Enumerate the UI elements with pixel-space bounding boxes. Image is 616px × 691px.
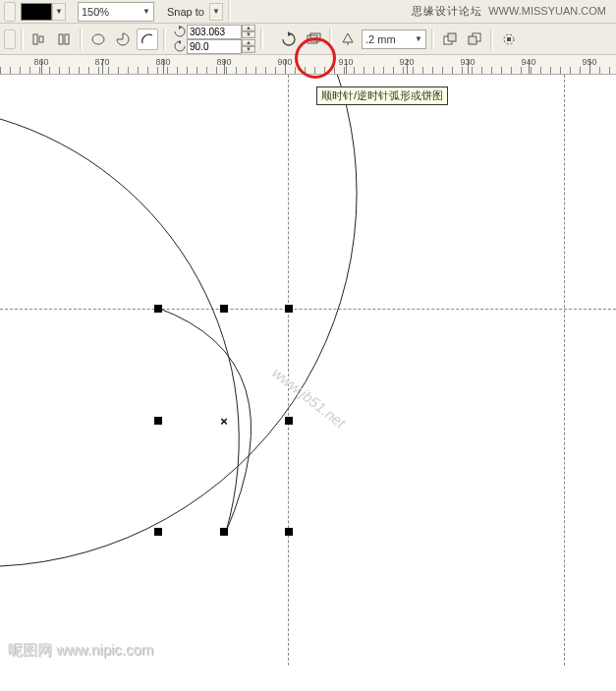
angle-start-stepper[interactable]: ▲▼ <box>242 25 255 38</box>
svg-rect-6 <box>310 33 320 41</box>
arc-tool-icon[interactable] <box>137 29 158 50</box>
arc-angle-spinners: ▲▼ ▲▼ <box>173 25 255 53</box>
align-center-icon[interactable] <box>53 29 75 50</box>
drawing-canvas[interactable]: × www.jb51.net 呢图网 www.nipic.com <box>0 75 616 665</box>
ruler-label: 880 <box>155 57 170 67</box>
separator <box>490 29 493 50</box>
separator <box>329 29 332 50</box>
outline-width-value: .2 mm <box>365 33 396 45</box>
ruler-label: 870 <box>94 57 109 67</box>
svg-rect-2 <box>59 34 63 44</box>
selection-handle[interactable] <box>220 305 228 313</box>
separator <box>228 1 231 23</box>
separator <box>80 29 83 50</box>
align-left-icon[interactable] <box>28 29 50 50</box>
svg-rect-13 <box>507 37 511 41</box>
selection-handle[interactable] <box>154 417 162 425</box>
selection-handle[interactable] <box>285 528 293 536</box>
ruler-label: 920 <box>399 57 414 67</box>
outline-width-combo[interactable]: .2 mm ▼ <box>362 29 426 49</box>
selection-handle[interactable] <box>285 305 293 313</box>
clockwise-toggle-icon[interactable] <box>278 29 300 50</box>
color-well-arrow[interactable]: ▼ <box>52 3 66 21</box>
selection-handle[interactable] <box>154 305 162 313</box>
svg-rect-3 <box>65 34 69 44</box>
color-well[interactable] <box>21 3 52 21</box>
svg-rect-5 <box>308 35 317 43</box>
ruler-label: 900 <box>277 57 292 67</box>
chevron-down-icon: ▼ <box>415 34 422 43</box>
rotate-start-icon <box>173 25 187 38</box>
ruler-label: 860 <box>33 57 48 67</box>
separator <box>431 29 434 50</box>
outline-pen-icon[interactable] <box>337 29 359 50</box>
separator <box>260 29 263 50</box>
zoom-combo[interactable]: 150% ▼ <box>78 2 154 22</box>
svg-rect-11 <box>469 36 476 44</box>
ruler-label: 940 <box>521 57 535 67</box>
svg-rect-1 <box>39 36 43 42</box>
pie-tool-icon[interactable] <box>112 29 134 50</box>
ruler-label: 950 <box>582 57 596 67</box>
convert-to-curves-icon[interactable] <box>303 29 324 50</box>
rotate-end-icon <box>173 39 187 53</box>
zoom-value: 150% <box>82 6 109 18</box>
snap-to-label: Snap to <box>167 6 204 18</box>
angle-end-input[interactable] <box>187 39 242 54</box>
svg-rect-0 <box>33 34 37 44</box>
to-front-icon[interactable] <box>439 29 461 50</box>
ruler-label: 910 <box>338 57 353 67</box>
selection-handle[interactable] <box>154 528 162 536</box>
convert-icon[interactable] <box>498 29 520 50</box>
selection-handle[interactable] <box>220 528 228 536</box>
tooltip: 顺时针/逆时针弧形或饼图 <box>316 86 448 105</box>
selection-center-marker: × <box>220 414 228 429</box>
partial-button-left[interactable] <box>4 2 16 22</box>
to-back-icon[interactable] <box>464 29 485 50</box>
horizontal-ruler: 850860870880890900910920930940950 <box>0 55 616 75</box>
separator <box>163 29 166 50</box>
vector-artwork <box>0 75 616 665</box>
selection-handle[interactable] <box>285 417 293 425</box>
ruler-label: 890 <box>216 57 231 67</box>
ruler-label: 930 <box>460 57 475 67</box>
chevron-down-icon: ▼ <box>142 7 150 16</box>
svg-point-4 <box>92 34 104 44</box>
svg-rect-9 <box>448 33 456 41</box>
branding-text: 思缘设计论坛WWW.MISSYUAN.COM <box>412 4 606 19</box>
partial-button-left-2[interactable] <box>4 29 16 49</box>
angle-end-stepper[interactable]: ▲▼ <box>242 39 255 53</box>
snap-to-dropdown[interactable]: ▼ <box>209 3 223 21</box>
angle-start-input[interactable] <box>187 25 242 39</box>
ellipse-tool-icon[interactable] <box>87 29 109 50</box>
toolbar-row-2: ▲▼ ▲▼ .2 mm ▼ <box>0 24 616 55</box>
separator <box>21 29 24 50</box>
